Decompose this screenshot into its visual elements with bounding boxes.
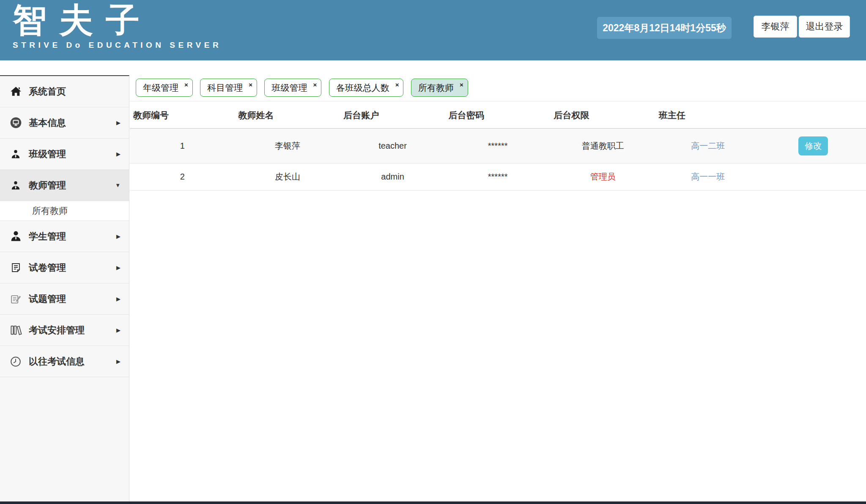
edit-button[interactable]: 修改 xyxy=(798,136,828,155)
table-row: 1 李银萍 teacher ****** 普通教职工 高一二班 修改 xyxy=(130,128,866,163)
sidebar-item-label: 考试安排管理 xyxy=(29,324,85,337)
sidebar-subitem-label: 所有教师 xyxy=(32,205,68,217)
bottom-window-edge xyxy=(0,501,866,504)
logout-button[interactable]: 退出登录 xyxy=(799,16,850,38)
chevron-down-icon: ▼ xyxy=(115,182,121,188)
sidebar-item-student-mgmt[interactable]: 学生管理 ▶ xyxy=(0,221,129,252)
logo-subtitle: STRIVE Do EDUCATION SERVER xyxy=(13,41,222,50)
books-icon xyxy=(9,324,22,337)
tab-label: 各班级总人数 xyxy=(336,79,389,96)
clock-icon xyxy=(9,355,22,368)
chevron-right-icon: ▶ xyxy=(116,233,121,240)
col-header-password: 后台密码 xyxy=(445,101,551,128)
close-icon[interactable]: × xyxy=(184,81,188,88)
chevron-right-icon: ▶ xyxy=(116,327,121,333)
home-icon xyxy=(9,85,22,98)
chevron-right-icon: ▶ xyxy=(116,120,121,126)
sidebar-item-label: 班级管理 xyxy=(29,148,66,161)
tab-bar: 年级管理 × 科目管理 × 班级管理 × 各班级总人数 × 所有教师 × xyxy=(130,75,866,101)
table-row: 2 皮长山 admin ****** 管理员 高一一班 xyxy=(130,163,866,191)
cell-password: ****** xyxy=(445,128,551,163)
chevron-right-icon: ▶ xyxy=(116,151,121,157)
chevron-right-icon: ▶ xyxy=(116,264,121,271)
col-header-head-teacher: 班主任 xyxy=(655,101,761,128)
tab-label: 所有教师 xyxy=(418,79,454,96)
col-header-actions xyxy=(761,101,866,128)
cell-account: admin xyxy=(340,163,445,191)
sidebar-item-label: 以往考试信息 xyxy=(29,355,85,368)
cell-teacher-name: 李银萍 xyxy=(235,128,340,163)
sidebar-subitem-all-teachers[interactable]: 所有教师 xyxy=(0,201,129,221)
head-teacher-class-link[interactable]: 高一二班 xyxy=(691,141,725,150)
col-header-account: 后台账户 xyxy=(340,101,445,128)
sidebar-item-label: 学生管理 xyxy=(29,230,66,243)
head-teacher-class-link[interactable]: 高一一班 xyxy=(691,172,725,181)
sidebar-item-label: 基本信息 xyxy=(29,117,66,129)
close-icon[interactable]: × xyxy=(313,81,317,88)
tab-label: 班级管理 xyxy=(271,79,307,96)
app-header: 智夫子 STRIVE Do EDUCATION SERVER 2022年8月12… xyxy=(0,0,866,60)
chevron-right-icon: ▶ xyxy=(116,358,121,365)
close-icon[interactable]: × xyxy=(395,81,399,88)
sidebar-item-basic-info[interactable]: 基本信息 ▶ xyxy=(0,107,129,139)
cell-teacher-id: 1 xyxy=(130,128,235,163)
edit-note-icon xyxy=(9,293,22,305)
sidebar-item-teacher-mgmt[interactable]: 教师管理 ▼ xyxy=(0,170,129,201)
sidebar-item-label: 系统首页 xyxy=(29,85,66,98)
sidebar-item-label: 教师管理 xyxy=(29,179,66,192)
close-icon[interactable]: × xyxy=(460,81,463,88)
col-header-teacher-id: 教师编号 xyxy=(130,101,235,128)
tab-class-totals[interactable]: 各班级总人数 × xyxy=(329,79,404,97)
cell-actions xyxy=(761,163,866,191)
cell-teacher-name: 皮长山 xyxy=(235,163,340,191)
tab-subject-mgmt[interactable]: 科目管理 × xyxy=(200,79,257,97)
cell-permission: 管理员 xyxy=(590,172,616,181)
chevron-right-icon: ▶ xyxy=(116,296,121,302)
logo-title: 智夫子 xyxy=(13,1,222,40)
sidebar-item-exam-schedule-mgmt[interactable]: 考试安排管理 ▶ xyxy=(0,315,129,346)
table-header-row: 教师编号 教师姓名 后台账户 后台密码 后台权限 班主任 xyxy=(130,101,866,128)
sidebar-item-past-exam-info[interactable]: 以往考试信息 ▶ xyxy=(0,346,129,377)
main-content: 年级管理 × 科目管理 × 班级管理 × 各班级总人数 × 所有教师 × 教师编… xyxy=(130,75,866,501)
tab-label: 年级管理 xyxy=(143,79,178,96)
tab-grade-mgmt[interactable]: 年级管理 × xyxy=(136,79,193,97)
person-icon xyxy=(9,179,22,192)
cell-password: ****** xyxy=(445,163,551,191)
tab-all-teachers[interactable]: 所有教师 × xyxy=(411,79,468,97)
cell-teacher-id: 2 xyxy=(130,163,235,191)
datetime-display: 2022年8月12日14时1分55秒 xyxy=(597,17,732,39)
tab-class-mgmt[interactable]: 班级管理 × xyxy=(264,79,321,97)
current-user-button[interactable]: 李银萍 xyxy=(754,16,797,38)
student-icon xyxy=(9,230,22,243)
app-logo: 智夫子 STRIVE Do EDUCATION SERVER xyxy=(13,1,222,50)
cell-permission: 普通教职工 xyxy=(550,128,655,163)
sidebar-item-class-mgmt[interactable]: 班级管理 ▶ xyxy=(0,139,129,170)
sidebar-item-label: 试题管理 xyxy=(29,293,66,305)
col-header-permission: 后台权限 xyxy=(550,101,655,128)
cell-account: teacher xyxy=(340,128,445,163)
sidebar-item-home[interactable]: 系统首页 xyxy=(0,76,129,107)
sidebar-item-exam-paper-mgmt[interactable]: 试卷管理 ▶ xyxy=(0,252,129,283)
sidebar-item-label: 试卷管理 xyxy=(29,262,66,274)
teachers-table: 教师编号 教师姓名 后台账户 后台密码 后台权限 班主任 1 李银萍 teach… xyxy=(130,101,866,191)
col-header-teacher-name: 教师姓名 xyxy=(235,101,340,128)
sidebar-item-question-mgmt[interactable]: 试题管理 ▶ xyxy=(0,283,129,315)
monitor-circle-icon xyxy=(9,117,22,129)
paper-icon xyxy=(9,262,22,274)
person-icon xyxy=(9,148,22,161)
tab-label: 科目管理 xyxy=(207,79,243,96)
close-icon[interactable]: × xyxy=(249,81,252,88)
sidebar-nav: 系统首页 基本信息 ▶ 班级管理 ▶ xyxy=(0,75,129,501)
